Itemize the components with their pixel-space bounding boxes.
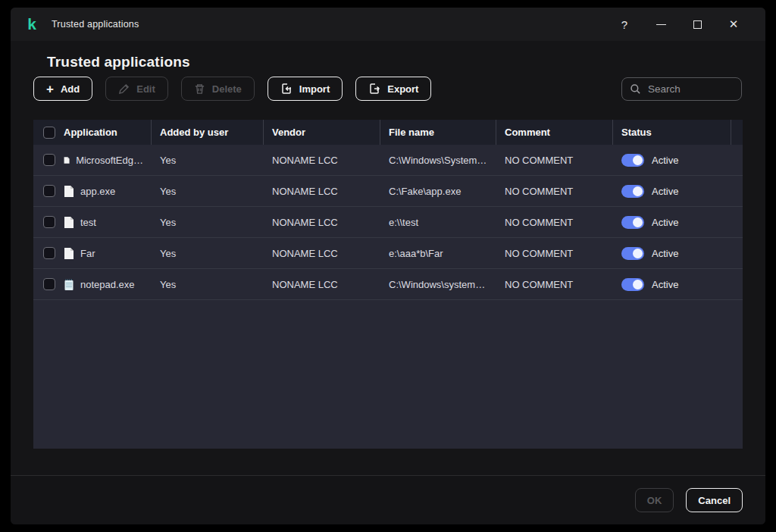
column-header-comment[interactable]: Comment: [496, 120, 613, 145]
minimize-icon: [656, 24, 666, 25]
status-label: Active: [652, 279, 678, 290]
applications-table: Application Added by user Vendor File na…: [33, 120, 743, 449]
plus-icon: +: [46, 83, 54, 95]
search-icon: [630, 83, 641, 95]
table-header-row: Application Added by user Vendor File na…: [33, 120, 743, 145]
column-header-added-by-user[interactable]: Added by user: [152, 120, 264, 145]
file-icon: [64, 216, 74, 229]
trash-icon: [194, 83, 205, 95]
table-row[interactable]: Far Yes NONAME LCC e:\aaa*b\Far NO COMME…: [33, 238, 743, 269]
file-icon: [64, 154, 70, 167]
maximize-button[interactable]: [679, 8, 715, 41]
import-icon: [280, 83, 293, 95]
row-checkbox[interactable]: [43, 278, 55, 290]
export-icon: [368, 83, 380, 95]
kaspersky-logo-icon: k: [24, 17, 39, 32]
help-icon: ?: [621, 18, 627, 31]
select-all-checkbox[interactable]: [43, 127, 55, 139]
column-header-status[interactable]: Status: [613, 120, 731, 145]
search-input[interactable]: [648, 83, 734, 95]
close-icon: ✕: [729, 17, 739, 31]
row-checkbox[interactable]: [43, 154, 55, 166]
status-toggle[interactable]: [621, 154, 644, 167]
status-label: Active: [652, 217, 678, 228]
maximize-icon: [693, 20, 702, 29]
row-checkbox[interactable]: [43, 247, 55, 259]
add-button[interactable]: + Add: [33, 77, 92, 101]
notepad-icon: [64, 278, 74, 291]
ok-button[interactable]: OK: [635, 488, 674, 512]
row-checkbox[interactable]: [43, 185, 55, 197]
status-toggle[interactable]: [621, 216, 644, 229]
status-label: Active: [652, 155, 678, 166]
search-box: [621, 77, 742, 101]
column-header-application[interactable]: Application: [64, 127, 117, 138]
window-title: Trusted applications: [52, 19, 139, 30]
close-button[interactable]: ✕: [715, 8, 752, 41]
delete-button[interactable]: Delete: [181, 77, 255, 101]
status-toggle[interactable]: [621, 247, 644, 260]
toolbar: + Add Edit Delete Import Export: [33, 77, 431, 101]
minimize-button[interactable]: [643, 8, 679, 41]
help-button[interactable]: ?: [606, 8, 643, 41]
status-label: Active: [652, 248, 678, 259]
table-row[interactable]: MicrosoftEdg… Yes NONAME LCC C:\Windows\…: [33, 145, 743, 176]
status-toggle[interactable]: [621, 185, 644, 198]
file-icon: [64, 185, 74, 198]
table-row[interactable]: app.exe Yes NONAME LCC C:\Fake\app.exe N…: [33, 176, 743, 207]
import-button[interactable]: Import: [268, 77, 343, 101]
column-header-file-name[interactable]: File name: [380, 120, 496, 145]
column-header-extra: [731, 120, 748, 145]
footer: OK Cancel: [11, 475, 765, 524]
table-row[interactable]: notepad.exe Yes NONAME LCC C:\Windows\sy…: [33, 269, 743, 300]
row-checkbox[interactable]: [43, 216, 55, 228]
pencil-icon: [118, 83, 130, 95]
column-header-vendor[interactable]: Vendor: [264, 120, 380, 145]
export-button[interactable]: Export: [355, 77, 431, 101]
title-bar: k Trusted applications ? ✕: [11, 8, 765, 41]
status-label: Active: [652, 186, 678, 197]
edit-button[interactable]: Edit: [105, 77, 168, 101]
page-title: Trusted applications: [47, 54, 190, 70]
file-icon: [64, 247, 74, 260]
table-row[interactable]: test Yes NONAME LCC e:\\test NO COMMENT …: [33, 207, 743, 238]
dialog-window: k Trusted applications ? ✕ Trusted appli…: [11, 8, 765, 524]
status-toggle[interactable]: [621, 278, 644, 291]
cancel-button[interactable]: Cancel: [686, 488, 743, 512]
